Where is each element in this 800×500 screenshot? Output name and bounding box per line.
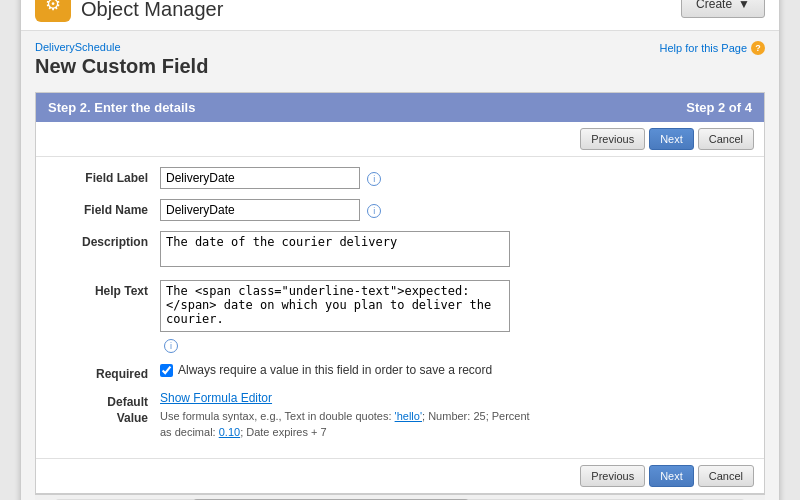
step-title: Step 2. Enter the details xyxy=(48,100,195,115)
step-indicator: Step 2 of 4 xyxy=(686,100,752,115)
field-label-field: i xyxy=(160,167,750,189)
field-label-label: Field Label xyxy=(50,167,160,185)
next-button-top[interactable]: Next xyxy=(649,128,694,150)
required-label: Required xyxy=(50,363,160,381)
help-icon: ? xyxy=(751,41,765,55)
gear-icon: ⚙ xyxy=(35,0,71,22)
field-label-info-icon[interactable]: i xyxy=(367,172,381,186)
help-link[interactable]: Help for this Page ? xyxy=(660,41,765,55)
help-text-field: The <span class="underline-text">expecte… xyxy=(160,280,750,353)
previous-button-top[interactable]: Previous xyxy=(580,128,645,150)
formula-hint-decimal-link[interactable]: 0.10 xyxy=(219,426,240,438)
cancel-button-bottom[interactable]: Cancel xyxy=(698,465,754,487)
formula-hint-hello-link[interactable]: 'hello' xyxy=(395,410,422,422)
next-button-bottom[interactable]: Next xyxy=(649,465,694,487)
required-field: Always require a value in this field in … xyxy=(160,363,750,377)
field-label-row: Field Label i xyxy=(50,167,750,189)
help-text-row: Help Text The <span class="underline-tex… xyxy=(50,280,750,353)
field-name-info-icon[interactable]: i xyxy=(367,204,381,218)
field-name-field: i xyxy=(160,199,750,221)
horizontal-scrollbar: ◀ ▶ xyxy=(35,494,765,500)
default-value-row: Default Value Show Formula Editor Use fo… xyxy=(50,391,750,440)
help-text-info-icon[interactable]: i xyxy=(164,339,178,353)
field-label-input[interactable] xyxy=(160,167,360,189)
form-body: Field Label i Field Name i Des xyxy=(36,157,764,454)
help-link-container: DeliverySchedule New Custom Field Help f… xyxy=(35,41,765,82)
app-header: ⚙ SETUP Object Manager Create ▼ xyxy=(21,0,779,31)
step-actions-top: Previous Next Cancel xyxy=(36,122,764,157)
cancel-button-top[interactable]: Cancel xyxy=(698,128,754,150)
description-field: The date of the courier delivery xyxy=(160,231,750,270)
required-text: Always require a value in this field in … xyxy=(178,363,492,377)
step-header: Step 2. Enter the details Step 2 of 4 xyxy=(36,93,764,122)
formula-hint: Use formula syntax, e.g., Text in double… xyxy=(160,409,540,440)
help-text-input[interactable]: The <span class="underline-text">expecte… xyxy=(160,280,510,332)
previous-button-bottom[interactable]: Previous xyxy=(580,465,645,487)
description-input[interactable]: The date of the courier delivery xyxy=(160,231,510,267)
required-checkbox[interactable] xyxy=(160,364,173,377)
description-label: Description xyxy=(50,231,160,249)
page-content: DeliverySchedule New Custom Field Help f… xyxy=(21,31,779,500)
breadcrumb[interactable]: DeliverySchedule xyxy=(35,41,208,53)
page-title: New Custom Field xyxy=(35,55,208,78)
description-row: Description The date of the courier deli… xyxy=(50,231,750,270)
step-actions-bottom: Previous Next Cancel xyxy=(36,458,764,493)
step-panel: Step 2. Enter the details Step 2 of 4 Pr… xyxy=(35,92,765,494)
field-name-label: Field Name xyxy=(50,199,160,217)
help-text-label: Help Text xyxy=(50,280,160,298)
show-formula-editor-link[interactable]: Show Formula Editor xyxy=(160,391,272,405)
field-name-row: Field Name i xyxy=(50,199,750,221)
dropdown-arrow-icon: ▼ xyxy=(738,0,750,11)
app-name: Object Manager xyxy=(81,0,223,21)
required-row: Required Always require a value in this … xyxy=(50,363,750,381)
default-value-field: Show Formula Editor Use formula syntax, … xyxy=(160,391,750,440)
field-name-input[interactable] xyxy=(160,199,360,221)
create-button[interactable]: Create ▼ xyxy=(681,0,765,18)
default-value-label: Default Value xyxy=(50,391,160,426)
